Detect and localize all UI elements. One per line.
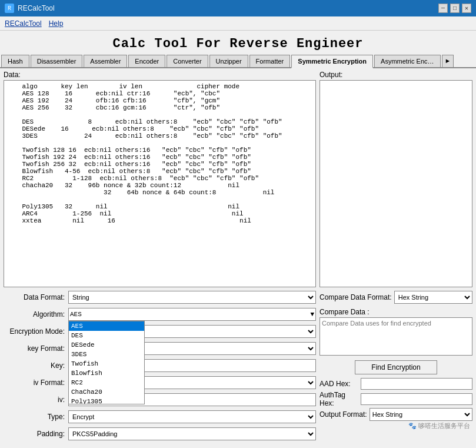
authtag-row: AuthTag Hex: bbox=[319, 392, 472, 406]
title-bar-left: R RECalcTool bbox=[5, 4, 55, 13]
padding-select[interactable]: PKCS5Padding NoPadding ZeroPadding bbox=[68, 427, 316, 440]
watermark: 🐾 哆嗒生活服务平台 bbox=[319, 422, 472, 430]
key-format-label: key Format: bbox=[4, 344, 68, 353]
aad-row: AAD Hex: bbox=[319, 377, 472, 391]
output-format-label: Output Format: bbox=[319, 410, 370, 419]
left-controls: Data Format: String Hex Base64 Algorithm… bbox=[4, 290, 316, 443]
tab-encoder[interactable]: Encoder bbox=[128, 55, 165, 67]
algorithm-select-box[interactable]: AES ▼ bbox=[68, 308, 316, 321]
authtag-label: AuthTag Hex: bbox=[319, 391, 361, 407]
algorithm-dropdown-list: AES DES DESede 3DES Twofish Blowfish RC2… bbox=[69, 321, 144, 404]
padding-label: Padding: bbox=[4, 430, 68, 438]
title-bar-controls: ─ □ ✕ bbox=[438, 4, 471, 13]
type-select[interactable]: Encrypt Decrypt bbox=[68, 410, 316, 423]
encryption-mode-label: Encryption Mode: bbox=[4, 327, 68, 336]
iv-row: iv: bbox=[4, 392, 316, 407]
tab-hash[interactable]: Hash bbox=[1, 55, 29, 67]
aad-label: AAD Hex: bbox=[319, 380, 361, 388]
algo-option-chacha20[interactable]: ChaCha20 bbox=[69, 387, 144, 397]
compare-data-textarea[interactable] bbox=[319, 317, 472, 356]
encryption-mode-row: Encryption Mode: ECB CBC CFB OFB CTR GCM bbox=[4, 324, 316, 339]
algorithm-dropdown-arrow: ▼ bbox=[310, 311, 314, 318]
right-panel: Output: bbox=[319, 71, 472, 287]
algorithm-dropdown-container[interactable]: AES ▼ AES DES DESede 3DES Twofish Blowfi… bbox=[68, 308, 316, 321]
close-button[interactable]: ✕ bbox=[462, 4, 471, 13]
compare-data-format-label: Compare Data Format: bbox=[319, 293, 394, 301]
data-format-label: Data Format: bbox=[4, 293, 68, 301]
algo-option-des[interactable]: DES bbox=[69, 331, 144, 340]
algorithm-label: Algorithm: bbox=[4, 310, 68, 318]
menu-help[interactable]: Help bbox=[49, 19, 64, 28]
authtag-input[interactable] bbox=[361, 393, 472, 405]
algo-option-poly1305[interactable]: Poly1305 bbox=[69, 397, 144, 404]
tab-symmetric-encryption[interactable]: Symmetric Encryption bbox=[291, 55, 373, 68]
algo-option-blowfish[interactable]: Blowfish bbox=[69, 369, 144, 378]
minimize-button[interactable]: ─ bbox=[438, 4, 448, 13]
key-label: Key: bbox=[4, 361, 68, 370]
algo-option-twofish[interactable]: Twofish bbox=[69, 359, 144, 369]
left-panel: Data: bbox=[4, 71, 316, 287]
algo-option-rc2[interactable]: RC2 bbox=[69, 378, 144, 387]
type-row: Type: Encrypt Decrypt bbox=[4, 409, 316, 424]
tab-disassembler[interactable]: Disassembler bbox=[31, 55, 83, 67]
maximize-button[interactable]: □ bbox=[450, 4, 460, 13]
data-format-row: Data Format: String Hex Base64 bbox=[4, 290, 316, 305]
iv-format-row: iv Format: Hex String Base64 bbox=[4, 375, 316, 390]
main-content: Data: Output: Data Format: String Hex Ba… bbox=[0, 68, 476, 446]
tab-formatter[interactable]: Formatter bbox=[249, 55, 291, 67]
tab-assembler[interactable]: Assembler bbox=[84, 55, 127, 67]
algorithm-dropdown: AES DES DESede 3DES Twofish Blowfish RC2… bbox=[68, 321, 145, 404]
data-label: Data: bbox=[4, 71, 316, 79]
output-format-select[interactable]: Hex String Base64 String bbox=[370, 408, 472, 421]
tabs-bar: Hash Disassembler Assembler Encoder Conv… bbox=[0, 55, 476, 68]
key-row: Key: bbox=[4, 358, 316, 373]
compare-data-label-row: Compare Data : bbox=[319, 307, 472, 317]
output-textarea[interactable] bbox=[319, 80, 472, 287]
aad-input[interactable] bbox=[361, 378, 472, 390]
title-bar: R RECalcTool ─ □ ✕ bbox=[0, 0, 476, 16]
tab-unzipper[interactable]: Unzipper bbox=[209, 55, 248, 67]
iv-label: iv: bbox=[4, 396, 68, 404]
type-label: Type: bbox=[4, 413, 68, 421]
find-encryption-button[interactable]: Find Encryption bbox=[355, 360, 437, 374]
iv-format-label: iv Format: bbox=[4, 379, 68, 387]
menu-bar: RECalcTool Help bbox=[0, 16, 476, 31]
app-title: Calc Tool For Reverse Engineer bbox=[0, 31, 476, 55]
tab-converter[interactable]: Converter bbox=[167, 55, 208, 67]
controls-section: Data Format: String Hex Base64 Algorithm… bbox=[4, 290, 472, 443]
output-label: Output: bbox=[319, 71, 472, 79]
tab-asymmetric-encryption[interactable]: Asymmetric Enc… bbox=[374, 55, 440, 67]
output-format-row: Output Format: Hex String Base64 String bbox=[319, 407, 472, 422]
tab-more-button[interactable]: ► bbox=[442, 55, 454, 67]
watermark-text: 哆嗒生活服务平台 bbox=[418, 422, 470, 429]
algo-option-aes[interactable]: AES bbox=[69, 321, 144, 331]
algorithm-selected-value: AES bbox=[70, 311, 82, 318]
algo-option-3des[interactable]: 3DES bbox=[69, 350, 144, 359]
title-bar-title: RECalcTool bbox=[18, 4, 55, 12]
two-panel: Data: Output: bbox=[4, 71, 472, 287]
app-icon: R bbox=[5, 4, 14, 13]
data-textarea[interactable] bbox=[4, 80, 316, 287]
padding-row: Padding: PKCS5Padding NoPadding ZeroPadd… bbox=[4, 426, 316, 442]
compare-data-label: Compare Data : bbox=[319, 308, 372, 316]
watermark-icon: 🐾 bbox=[408, 422, 418, 429]
right-controls: Compare Data Format: Hex String Base64 S… bbox=[319, 290, 472, 443]
compare-data-format-select[interactable]: Hex String Base64 String bbox=[394, 291, 472, 304]
algo-option-desede[interactable]: DESede bbox=[69, 340, 144, 350]
algorithm-row: Algorithm: AES ▼ AES DES DESede 3DES Two… bbox=[4, 307, 316, 322]
compare-data-format-row: Compare Data Format: Hex String Base64 S… bbox=[319, 290, 472, 305]
data-format-select[interactable]: String Hex Base64 bbox=[68, 291, 316, 304]
key-format-row: key Format: Hex String Base64 bbox=[4, 341, 316, 356]
menu-recalctool[interactable]: RECalcTool bbox=[5, 19, 42, 28]
